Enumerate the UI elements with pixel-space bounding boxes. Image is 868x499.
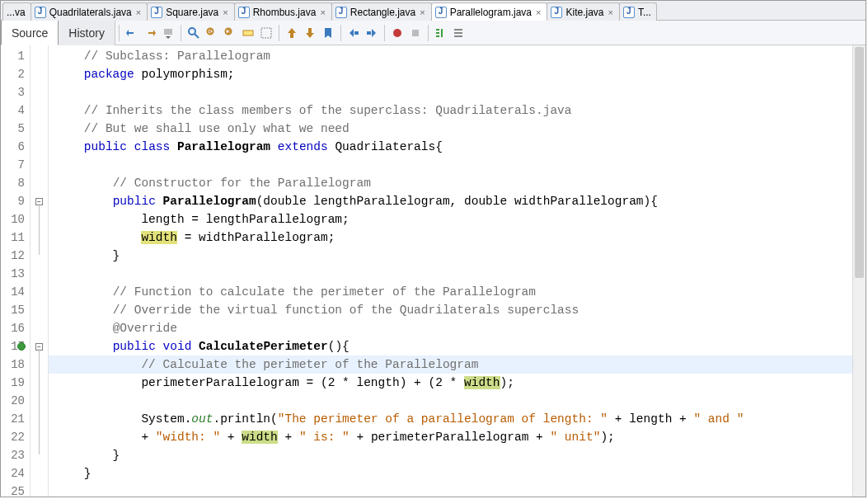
shift-right-button[interactable] bbox=[364, 25, 380, 41]
toggle-rect-select-button[interactable] bbox=[258, 25, 274, 41]
java-file-icon bbox=[335, 7, 347, 18]
editor-frame: ...va Quadrilaterals.java × Square.java … bbox=[0, 0, 866, 497]
macro-stop-button[interactable] bbox=[407, 25, 424, 41]
editor-toolbar-row: Source History bbox=[1, 21, 866, 45]
file-tab-parallelogram[interactable]: Parallelogram.java × bbox=[431, 2, 548, 21]
file-tab-rectangle[interactable]: Rectangle.java × bbox=[331, 2, 432, 21]
file-tab-overflow-right[interactable]: T... bbox=[619, 2, 657, 21]
file-tab-rhombus[interactable]: Rhombus.java × bbox=[234, 2, 332, 21]
file-tab-kite[interactable]: Kite.java × bbox=[547, 2, 619, 21]
comment-button[interactable] bbox=[433, 25, 449, 41]
svg-rect-5 bbox=[261, 28, 271, 38]
file-tab-overflow-left[interactable]: ...va bbox=[2, 2, 31, 21]
forward-button[interactable] bbox=[142, 25, 158, 41]
code-area: 1234567891011121314151617181920212223242… bbox=[1, 45, 866, 497]
vertical-scrollbar[interactable] bbox=[852, 45, 866, 497]
tab-label: T... bbox=[638, 7, 651, 18]
mode-tab-history[interactable]: History bbox=[59, 21, 115, 45]
scrollbar-thumb[interactable] bbox=[855, 47, 864, 278]
mode-tab-source[interactable]: Source bbox=[1, 21, 59, 45]
code-editor[interactable]: // Subclass: Parallelogram package polym… bbox=[49, 45, 852, 497]
toggle-bookmark-button[interactable] bbox=[320, 25, 336, 41]
shift-left-button[interactable] bbox=[345, 25, 362, 41]
java-file-icon bbox=[238, 7, 250, 18]
macro-record-button[interactable] bbox=[389, 25, 406, 41]
toggle-highlight-button[interactable] bbox=[240, 25, 256, 41]
fold-gutter[interactable]: −− bbox=[30, 45, 49, 497]
prev-bookmark-button[interactable] bbox=[284, 25, 300, 41]
tab-label: Rhombus.java bbox=[253, 7, 317, 18]
toolbar-separator bbox=[384, 25, 385, 41]
find-prev-button[interactable] bbox=[204, 25, 220, 41]
last-edit-button[interactable] bbox=[124, 25, 140, 41]
uncomment-button[interactable] bbox=[451, 25, 467, 41]
close-icon[interactable]: × bbox=[222, 7, 228, 17]
java-file-icon bbox=[623, 7, 635, 18]
file-tab-strip: ...va Quadrilaterals.java × Square.java … bbox=[1, 1, 866, 21]
close-icon[interactable]: × bbox=[135, 7, 142, 17]
java-file-icon bbox=[151, 7, 162, 18]
find-next-button[interactable] bbox=[222, 25, 238, 41]
close-icon[interactable]: × bbox=[319, 7, 326, 17]
close-icon[interactable]: × bbox=[608, 7, 614, 17]
tab-label: Square.java bbox=[166, 7, 218, 18]
file-tab-square[interactable]: Square.java × bbox=[147, 2, 234, 21]
close-icon[interactable]: × bbox=[419, 7, 425, 17]
toolbar-separator bbox=[279, 25, 279, 41]
java-file-icon bbox=[551, 7, 562, 18]
svg-rect-0 bbox=[164, 29, 172, 35]
line-number-gutter[interactable]: 1234567891011121314151617181920212223242… bbox=[1, 45, 30, 497]
tab-label: Rectangle.java bbox=[350, 7, 415, 18]
toolbar-separator bbox=[340, 25, 341, 41]
svg-rect-9 bbox=[412, 30, 419, 36]
svg-rect-4 bbox=[243, 31, 253, 35]
svg-rect-7 bbox=[367, 31, 371, 35]
toolbar-separator bbox=[181, 25, 181, 41]
find-selection-button[interactable] bbox=[185, 25, 202, 41]
toolbar-separator bbox=[428, 25, 429, 41]
toolbar-separator bbox=[119, 25, 120, 41]
tab-label: Kite.java bbox=[565, 7, 603, 18]
next-bookmark-button[interactable] bbox=[302, 25, 318, 41]
dropdown-button[interactable] bbox=[160, 25, 176, 41]
java-file-icon bbox=[35, 7, 46, 18]
svg-rect-6 bbox=[354, 31, 359, 35]
svg-point-1 bbox=[189, 28, 195, 35]
close-icon[interactable]: × bbox=[535, 7, 542, 17]
tab-label: ...va bbox=[7, 7, 26, 18]
svg-point-8 bbox=[393, 29, 401, 37]
tab-label: Parallelogram.java bbox=[450, 7, 532, 18]
tab-label: Quadrilaterals.java bbox=[49, 7, 132, 18]
file-tab-quadrilaterals[interactable]: Quadrilaterals.java × bbox=[30, 2, 148, 21]
java-file-icon bbox=[435, 7, 447, 18]
